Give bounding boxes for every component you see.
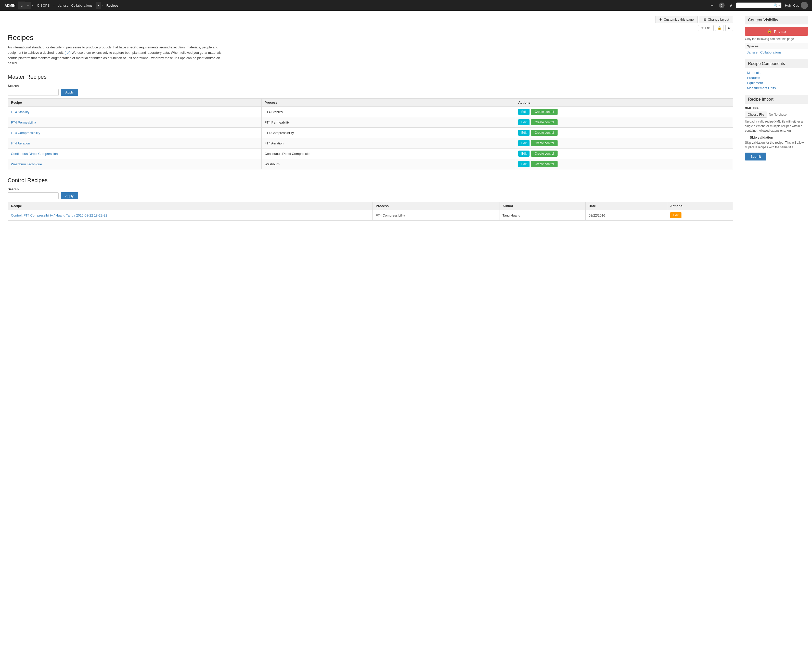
master-recipes-title: Master Recipes [8,74,733,80]
master-apply-button[interactable]: Apply [61,89,78,96]
products-link[interactable]: Products [747,76,760,80]
home-icon: ⌂ [20,3,23,7]
create-control-button[interactable]: Create control [531,161,557,167]
submit-button[interactable]: Submit [745,153,766,160]
recipe-link[interactable]: FT4 Permeability [11,121,36,124]
master-search-input[interactable] [8,89,59,96]
master-search-label: Search [8,84,733,88]
search-dropdown-icon[interactable]: ▾ [778,4,780,7]
home-button[interactable]: ⌂ [18,2,25,9]
search-icon[interactable]: 🔍 [773,3,778,7]
gear-icon: ⚙ [659,17,662,21]
table-row: Control: FT4 Compressibility / Huang Tan… [8,210,733,221]
edit-button[interactable]: ✏ Edit [698,25,714,31]
create-control-button[interactable]: Create control [531,140,557,146]
home-dropdown-button[interactable]: ▾ [25,2,31,9]
recipe-import-section: Recipe Import XML File Choose File No fi… [745,95,808,160]
edit-ctrl-button[interactable]: Edit [670,212,682,218]
ctrl-process-cell: FT4 Compressibility [372,210,499,221]
xml-file-label: XML File [745,106,808,110]
master-table-header-row: Recipe Process Actions [8,99,733,107]
global-search-input[interactable] [738,3,773,7]
create-control-button[interactable]: Create control [531,150,557,157]
user-menu[interactable]: Huiyi Cao [783,2,810,9]
page-description: An international standard for describing… [8,45,222,66]
recipe-link[interactable]: Washburn Technique [11,162,42,166]
master-recipes-table: Recipe Process Actions FT4 Stability FT4… [8,98,733,169]
edit-recipe-button[interactable]: Edit [518,150,530,157]
help-button[interactable]: ? [718,2,726,9]
process-cell: FT4 Aeration [261,138,515,149]
create-control-button[interactable]: Create control [531,130,557,136]
user-name: Huiyi Cao [785,3,799,7]
no-file-text: No file chosen [769,113,788,116]
sidebar: Content Visibility 🔒 Private Only the fo… [741,11,812,233]
settings-button[interactable]: ⚙ [725,25,733,31]
private-button[interactable]: 🔒 Private [745,27,808,36]
ctrl-date-cell: 08/22/2016 [585,210,667,221]
edit-label: Edit [705,26,710,30]
control-search-input[interactable] [8,192,59,199]
process-cell: Washburn [261,159,515,169]
file-input-row: Choose File No file chosen [745,111,808,118]
equipment-link[interactable]: Equipment [747,81,763,85]
edit-recipe-button[interactable]: Edit [518,119,530,125]
spaces-link[interactable]: Janssen Collaborations [745,50,784,54]
content-visibility-title: Content Visibility [745,16,808,25]
materials-link[interactable]: Materials [747,71,760,75]
recipe-link[interactable]: FT4 Stability [11,110,29,114]
change-layout-button[interactable]: ⊞ Change layout [700,16,733,23]
ref-link[interactable]: (ref) [64,51,71,55]
col-ctrl-process: Process [372,202,499,210]
lock-button[interactable]: 🔒 [715,25,724,31]
edit-recipe-button[interactable]: Edit [518,161,530,167]
ctrl-actions-cell: Edit [667,210,733,221]
breadcrumb-csops[interactable]: C-SOPS [34,3,53,7]
breadcrumb-janssen[interactable]: Janssen Collaborations [55,3,96,7]
choose-file-button[interactable]: Choose File [745,111,767,118]
measurement-units-link[interactable]: Measurement Units [747,86,776,90]
ctrl-recipe-cell: Control: FT4 Compressibility / Huang Tan… [8,210,373,221]
recipe-cell: FT4 Compressibility [8,128,262,138]
create-control-button[interactable]: Create control [531,119,557,125]
recipe-components-title: Recipe Components [745,60,808,68]
master-search-row: Apply [8,89,733,96]
control-search-row: Apply [8,192,733,199]
recipe-link[interactable]: Continuous Direct Compression [11,152,58,156]
edit-row: ✏ Edit 🔒 ⚙ [8,25,733,31]
table-row: FT4 Compressibility FT4 Compressibility … [8,128,733,138]
main-layout: ⚙ Customize this page ⊞ Change layout ✏ … [0,11,812,233]
recipe-cell: Washburn Technique [8,159,262,169]
skip-validation-checkbox[interactable] [745,136,748,139]
table-row: FT4 Permeability FT4 Permeability Edit C… [8,117,733,128]
recipe-link[interactable]: FT4 Compressibility [11,131,40,135]
breadcrumb-separator-2: › [53,3,55,7]
add-button[interactable]: ＋ [708,1,716,9]
edit-recipe-button[interactable]: Edit [518,130,530,136]
recipe-components-links: Materials Products Equipment Measurement… [745,70,808,90]
recipe-link[interactable]: FT4 Aeration [11,141,30,145]
control-apply-button[interactable]: Apply [61,192,78,199]
janssen-dropdown-button[interactable]: ▾ [96,2,101,9]
edit-recipe-button[interactable]: Edit [518,109,530,115]
list-item: Measurement Units [747,86,806,90]
col-recipe: Recipe [8,99,262,107]
user-avatar [801,2,808,9]
customize-page-button[interactable]: ⚙ Customize this page [655,16,697,23]
control-table-header-row: Recipe Process Author Date Actions [8,202,733,210]
actions-cell: Edit Create control [515,138,733,149]
col-actions: Actions [515,99,733,107]
ctrl-recipe-link[interactable]: Control: FT4 Compressibility / Huang Tan… [11,213,107,217]
page-title: Recipes [8,34,733,42]
edit-recipe-button[interactable]: Edit [518,140,530,146]
visibility-note: Only the following can see this page [745,37,808,41]
process-cell: FT4 Permeability [261,117,515,128]
breadcrumb-recipes[interactable]: Recipes [103,3,121,7]
control-search-label: Search [8,187,733,191]
favorites-button[interactable]: ★ [727,2,735,9]
recipe-cell: FT4 Stability [8,107,262,117]
process-cell: FT4 Compressibility [261,128,515,138]
create-control-button[interactable]: Create control [531,109,557,115]
lock-icon: 🔒 [718,26,721,30]
lock-private-icon: 🔒 [767,29,772,34]
